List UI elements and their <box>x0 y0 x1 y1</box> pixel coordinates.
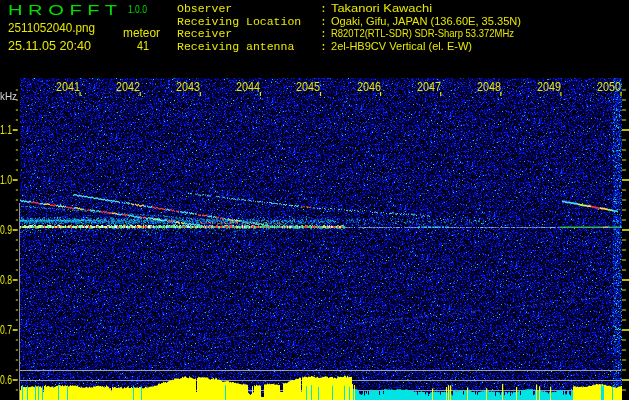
svg-text:1.0: 1.0 <box>0 173 12 187</box>
svg-text::: : <box>320 2 327 15</box>
svg-text:25.11.05 20:40: 25.11.05 20:40 <box>8 38 91 53</box>
svg-text:2048: 2048 <box>477 79 501 94</box>
svg-text:2el-HB9CV Vertical (el. E-W): 2el-HB9CV Vertical (el. E-W) <box>331 40 472 52</box>
svg-text:kHz: kHz <box>0 90 17 102</box>
svg-text:Receiving antenna: Receiving antenna <box>177 40 294 53</box>
svg-text:Receiving Location: Receiving Location <box>177 15 301 28</box>
svg-text:Receiver: Receiver <box>177 27 232 40</box>
svg-text:41: 41 <box>137 38 149 53</box>
svg-text:2044: 2044 <box>236 79 260 94</box>
svg-text:2049: 2049 <box>537 79 561 94</box>
svg-text::: : <box>320 27 327 40</box>
svg-text:2042: 2042 <box>116 79 140 94</box>
svg-text:1.0.0: 1.0.0 <box>128 3 147 15</box>
svg-text:0.8: 0.8 <box>0 273 12 287</box>
svg-text:R820T2(RTL-SDR) SDR-Sharp 53.3: R820T2(RTL-SDR) SDR-Sharp 53.372MHz <box>331 27 514 39</box>
svg-text:2041: 2041 <box>56 79 80 94</box>
svg-text:0.9: 0.9 <box>0 223 12 237</box>
svg-text:0.6: 0.6 <box>0 373 12 387</box>
svg-text::: : <box>320 15 327 28</box>
svg-text:Ogaki, Gifu, JAPAN (136.60E, 3: Ogaki, Gifu, JAPAN (136.60E, 35.35N) <box>331 15 521 27</box>
svg-text:2043: 2043 <box>176 79 200 94</box>
svg-text:1.1: 1.1 <box>0 123 12 137</box>
svg-text:Takanori Kawachi: Takanori Kawachi <box>331 2 432 14</box>
svg-text::: : <box>320 40 327 53</box>
svg-text:2045: 2045 <box>296 79 320 94</box>
svg-text:2046: 2046 <box>357 79 381 94</box>
svg-text:0.7: 0.7 <box>0 323 12 337</box>
svg-text:2050: 2050 <box>597 79 621 94</box>
svg-text:H R O F F T: H R O F F T <box>8 2 117 18</box>
svg-text:Observer: Observer <box>177 2 232 15</box>
svg-text:2511052040.png: 2511052040.png <box>8 20 95 35</box>
svg-text:2047: 2047 <box>417 79 441 94</box>
